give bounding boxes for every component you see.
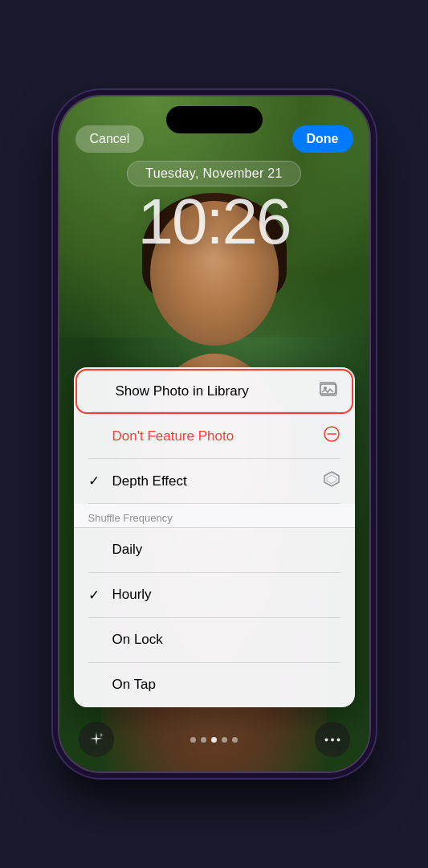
menu-item-on-lock[interactable]: On Lock: [74, 617, 355, 662]
photo-library-icon: [320, 382, 337, 400]
svg-point-7: [324, 738, 328, 741]
more-button[interactable]: [315, 722, 350, 757]
menu-item-dont-feature[interactable]: Don't Feature Photo: [74, 414, 355, 459]
dot-1: [190, 737, 196, 743]
dynamic-island: [166, 106, 263, 133]
show-photo-label: Show Photo in Library: [116, 383, 249, 399]
bottom-toolbar: [59, 715, 369, 772]
customize-button[interactable]: [79, 722, 114, 757]
shuffle-frequency-header: Shuffle Frequency: [74, 504, 355, 527]
lock-screen-info: Tuesday, November 21 10:26: [59, 161, 369, 254]
dot-3: [211, 737, 217, 743]
cancel-button[interactable]: Cancel: [75, 125, 145, 153]
checkmark-hourly: ✓: [88, 587, 104, 604]
dot-5: [232, 737, 238, 743]
context-menu: Show Photo in Library Don't Feature Phot…: [74, 367, 355, 708]
menu-item-on-tap[interactable]: On Tap: [74, 662, 355, 707]
hourly-label: Hourly: [112, 587, 152, 603]
dot-4: [222, 737, 227, 743]
no-feature-icon: [323, 425, 340, 447]
svg-point-9: [336, 738, 340, 741]
more-icon: [324, 738, 340, 742]
menu-item-daily[interactable]: Daily: [74, 527, 355, 572]
svg-point-8: [331, 738, 334, 741]
menu-item-depth-effect[interactable]: ✓ Depth Effect: [74, 459, 355, 504]
depth-icon: [323, 470, 340, 492]
phone-shell: Cancel Done Tuesday, November 21 10:26 S…: [58, 95, 371, 773]
page-dots: [190, 737, 238, 743]
svg-marker-6: [327, 475, 336, 484]
sparkle-icon: [88, 731, 105, 748]
menu-item-show-photo[interactable]: Show Photo in Library: [75, 369, 353, 414]
on-lock-label: On Lock: [112, 632, 163, 648]
menu-item-hourly[interactable]: ✓ Hourly: [74, 572, 355, 617]
dot-2: [201, 737, 206, 743]
checkmark-depth: ✓: [88, 473, 104, 489]
daily-label: Daily: [112, 542, 143, 558]
on-tap-label: On Tap: [112, 677, 157, 693]
time-display: 10:26: [137, 190, 290, 254]
depth-effect-label: Depth Effect: [112, 473, 187, 489]
dont-feature-label: Don't Feature Photo: [112, 428, 234, 444]
date-pill: Tuesday, November 21: [127, 161, 301, 186]
done-button[interactable]: Done: [292, 125, 353, 153]
